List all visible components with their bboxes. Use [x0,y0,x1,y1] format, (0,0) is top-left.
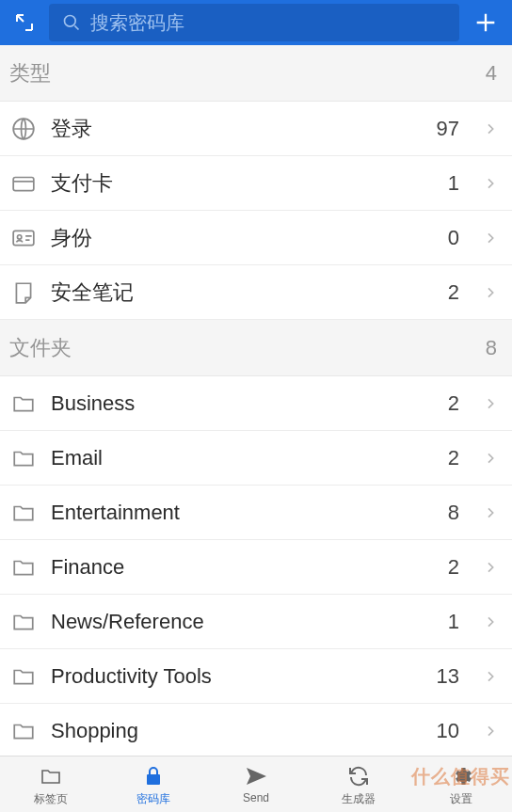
chevron-right-icon [478,280,503,305]
svg-point-0 [65,16,76,27]
identity-icon [9,224,38,252]
chevron-right-icon [478,226,503,250]
chevron-right-icon [478,171,503,196]
nav-label: 生成器 [342,791,376,804]
chevron-right-icon [478,446,503,470]
folder-row[interactable]: Business2 [0,376,512,431]
folder-row[interactable]: Shopping10 [0,704,512,758]
folder-count: 1 [433,610,459,634]
type-row-identity[interactable]: 身份 0 [0,211,512,265]
send-icon [244,765,268,788]
svg-rect-2 [13,177,34,190]
folder-label: Email [51,446,420,470]
chevron-right-icon [478,555,503,580]
folder-icon [9,662,38,691]
folder-row[interactable]: Entertainment8 [0,486,512,540]
refresh-icon [346,765,371,788]
type-count: 1 [433,171,459,196]
folder-label: Shopping [51,719,420,743]
folder-icon [9,499,38,527]
type-label: 安全笔记 [51,279,420,307]
folders-list: Business2Email2Entertainment8Finance2New… [0,376,512,758]
folders-section-count: 8 [486,336,497,360]
chevron-right-icon [478,664,503,689]
type-row-card[interactable]: 支付卡 1 [0,156,512,211]
chevron-right-icon [478,610,503,634]
folders-section-header: 文件夹 8 [0,320,512,376]
chevron-right-icon [478,117,503,141]
add-button[interactable] [467,4,504,41]
folder-count: 10 [433,719,459,743]
svg-point-4 [18,234,22,238]
chevron-right-icon [478,391,503,416]
types-section-header: 类型 4 [0,45,512,102]
folder-icon [9,444,38,472]
type-row-note[interactable]: 安全笔记 2 [0,265,512,320]
folder-icon [9,717,38,745]
nav-label: 密码库 [136,791,170,804]
folder-count: 13 [433,664,459,689]
folder-count: 2 [433,446,459,470]
folder-label: Finance [51,555,420,580]
folder-count: 8 [433,501,459,525]
folder-label: Productivity Tools [51,664,420,689]
nav-tabs[interactable]: 标签页 [0,756,103,812]
folders-section-title: 文件夹 [9,334,72,362]
search-container[interactable] [49,4,459,41]
search-input[interactable] [90,12,446,34]
folder-label: Entertainment [51,501,420,525]
folder-row[interactable]: Email2 [0,431,512,486]
search-icon [62,13,81,32]
nav-label: 标签页 [34,791,68,804]
folder-icon [9,390,38,418]
expand-button[interactable] [8,6,41,40]
folder-icon [9,608,38,636]
folder-row[interactable]: Productivity Tools13 [0,649,512,704]
nav-label: 设置 [450,791,472,804]
types-section-title: 类型 [9,59,51,88]
globe-icon [9,115,38,143]
watermark: 什么值得买 [411,764,510,789]
type-label: 登录 [51,115,420,143]
type-count: 97 [433,117,459,141]
folder-row[interactable]: News/Reference1 [0,595,512,649]
types-section-count: 4 [486,61,497,86]
folder-row[interactable]: Finance2 [0,540,512,595]
type-count: 0 [433,226,459,250]
type-label: 身份 [51,224,420,252]
type-row-login[interactable]: 登录 97 [0,102,512,156]
nav-vault[interactable]: 密码库 [103,756,205,812]
expand-icon [13,11,36,34]
folder-count: 2 [433,555,459,580]
svg-rect-3 [13,231,34,245]
chevron-right-icon [478,501,503,525]
type-count: 2 [433,280,459,305]
folder-icon [38,765,64,788]
nav-send[interactable]: Send [205,756,308,812]
plus-icon [472,9,499,36]
types-list: 登录 97 支付卡 1 身份 0 安全笔记 2 [0,102,512,320]
nav-label: Send [243,791,269,804]
type-label: 支付卡 [51,169,420,198]
lock-icon [142,765,165,788]
note-icon [9,279,38,307]
folder-count: 2 [433,391,459,416]
folder-label: Business [51,391,420,416]
folder-icon [9,553,38,581]
chevron-right-icon [478,719,503,743]
header [0,0,512,45]
card-icon [9,169,38,198]
folder-label: News/Reference [51,610,420,634]
nav-generator[interactable]: 生成器 [307,756,409,812]
